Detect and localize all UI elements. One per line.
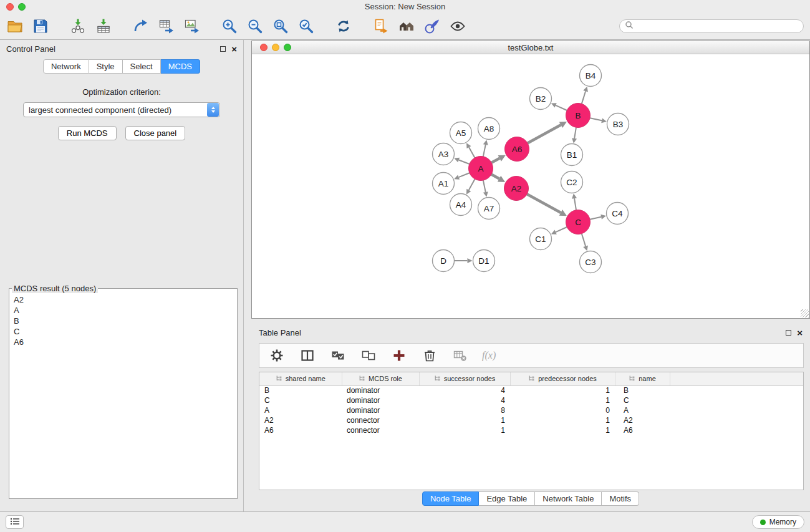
export-image-icon[interactable] bbox=[183, 17, 201, 35]
result-item[interactable]: A2 bbox=[9, 294, 237, 305]
deselect-all-icon[interactable] bbox=[360, 347, 377, 364]
table-cell[interactable]: A6 bbox=[615, 425, 670, 435]
column-header-predecessor-nodes[interactable]: predecessor nodes bbox=[510, 372, 615, 385]
result-item[interactable]: C bbox=[9, 326, 237, 337]
tab-style[interactable]: Style bbox=[89, 59, 123, 74]
dropdown-stepper-icon[interactable] bbox=[207, 103, 219, 117]
apply-layout-icon[interactable] bbox=[335, 17, 352, 35]
edge-B-B1[interactable] bbox=[574, 127, 576, 138]
delete-columns-icon[interactable] bbox=[421, 347, 438, 364]
result-item[interactable]: A bbox=[9, 305, 237, 316]
zoom-fit-icon[interactable] bbox=[272, 17, 289, 35]
edge-A-A5[interactable] bbox=[469, 147, 475, 158]
tab-motifs[interactable]: Motifs bbox=[602, 491, 639, 506]
table-cell[interactable]: C bbox=[259, 395, 342, 405]
edge-B-B3[interactable] bbox=[590, 118, 602, 120]
network-canvas[interactable]: B4B2BB3A5A8A6B1A3AC2A1A2A4A7C4CC1C3DD1 bbox=[252, 54, 809, 318]
float-table-panel-icon[interactable] bbox=[786, 330, 791, 336]
show-panels-button[interactable] bbox=[6, 515, 24, 529]
column-header-successor-nodes[interactable]: successor nodes bbox=[419, 372, 510, 385]
table-cell[interactable]: 1 bbox=[510, 415, 615, 425]
table-cell[interactable]: 1 bbox=[419, 425, 510, 435]
table-cell[interactable]: A2 bbox=[615, 415, 670, 425]
table-row[interactable]: Bdominator41B bbox=[259, 385, 803, 395]
table-cell[interactable]: B bbox=[259, 385, 342, 395]
table-cell[interactable]: 4 bbox=[419, 385, 510, 395]
table-cell[interactable]: connector bbox=[342, 415, 419, 425]
close-panel-button[interactable]: Close panel bbox=[125, 126, 186, 140]
memory-button[interactable]: Memory bbox=[752, 515, 804, 529]
add-column-icon[interactable] bbox=[390, 347, 408, 364]
table-cell[interactable]: A2 bbox=[259, 415, 342, 425]
optimization-dropdown[interactable]: largest connected component (directed) bbox=[23, 102, 220, 117]
table-cell[interactable]: C bbox=[615, 395, 670, 405]
column-header-mcds-role[interactable]: MCDS role bbox=[342, 372, 419, 385]
edge-C-C4[interactable] bbox=[590, 217, 601, 220]
table-settings-gear-icon[interactable] bbox=[268, 347, 286, 364]
open-session-icon[interactable] bbox=[6, 17, 24, 35]
edge-B-B2[interactable] bbox=[556, 105, 567, 110]
network-close-icon[interactable] bbox=[260, 44, 268, 51]
table-cell[interactable]: 8 bbox=[419, 405, 510, 415]
edge-A-A3[interactable] bbox=[459, 160, 470, 164]
network-zoom-icon[interactable] bbox=[284, 44, 291, 51]
edge-A2-C[interactable] bbox=[527, 194, 561, 213]
resize-grip[interactable] bbox=[801, 309, 809, 317]
tab-edge-table[interactable]: Edge Table bbox=[479, 491, 535, 506]
save-session-icon[interactable] bbox=[32, 17, 49, 35]
table-cell[interactable]: 1 bbox=[510, 425, 615, 435]
network-minimize-icon[interactable] bbox=[272, 44, 279, 51]
table-cell[interactable]: 1 bbox=[510, 395, 615, 405]
table-row[interactable]: A2connector11A2 bbox=[259, 415, 803, 425]
select-all-icon[interactable] bbox=[329, 347, 347, 364]
close-window-icon[interactable] bbox=[6, 3, 14, 11]
table-cell[interactable]: 4 bbox=[419, 395, 510, 405]
column-header-name[interactable]: name bbox=[615, 372, 670, 385]
table-cell[interactable]: B bbox=[615, 385, 670, 395]
style-brush-icon[interactable] bbox=[423, 17, 441, 35]
table-cell[interactable]: connector bbox=[342, 425, 419, 435]
close-table-panel-icon[interactable]: × bbox=[797, 328, 803, 337]
edge-A-A2[interactable] bbox=[491, 175, 499, 179]
tab-network[interactable]: Network bbox=[43, 59, 89, 74]
column-header-shared-name[interactable]: shared name bbox=[259, 372, 342, 385]
table-cell[interactable]: 1 bbox=[419, 415, 510, 425]
search-field[interactable] bbox=[619, 19, 804, 33]
import-network-icon[interactable] bbox=[69, 17, 87, 35]
result-item[interactable]: B bbox=[9, 316, 237, 326]
network-window-titlebar[interactable]: testGlobe.txt bbox=[252, 41, 809, 54]
edge-A-A1[interactable] bbox=[459, 173, 470, 177]
import-table-icon[interactable] bbox=[95, 17, 112, 35]
tab-mcds[interactable]: MCDS bbox=[161, 59, 200, 74]
table-row[interactable]: A6connector11A6 bbox=[259, 425, 803, 435]
edge-A-A7[interactable] bbox=[483, 180, 486, 192]
function-builder-fx-icon[interactable]: f(x) bbox=[482, 350, 496, 361]
table-cell[interactable]: 1 bbox=[510, 385, 615, 395]
edge-A-A4[interactable] bbox=[469, 179, 475, 190]
result-item[interactable]: A6 bbox=[9, 337, 237, 347]
table-cell[interactable]: dominator bbox=[342, 385, 419, 395]
tab-select[interactable]: Select bbox=[123, 59, 161, 74]
edge-C-C3[interactable] bbox=[582, 234, 586, 246]
close-panel-icon[interactable]: × bbox=[231, 44, 237, 54]
float-panel-icon[interactable] bbox=[220, 46, 226, 52]
run-mcds-button[interactable]: Run MCDS bbox=[58, 126, 117, 140]
delete-table-icon[interactable] bbox=[451, 347, 469, 364]
table-cell[interactable]: dominator bbox=[342, 395, 419, 405]
zoom-selected-icon[interactable] bbox=[297, 17, 315, 35]
edge-C-C1[interactable] bbox=[556, 227, 567, 232]
edge-A-A8[interactable] bbox=[483, 145, 486, 157]
edge-C-C2[interactable] bbox=[574, 198, 576, 210]
table-row[interactable]: Cdominator41C bbox=[259, 395, 803, 405]
tab-network-table[interactable]: Network Table bbox=[535, 491, 602, 506]
table-cell[interactable]: A bbox=[615, 405, 670, 415]
export-table-icon[interactable] bbox=[158, 17, 175, 35]
edge-B-B4[interactable] bbox=[582, 91, 586, 104]
table-cell[interactable]: 0 bbox=[510, 405, 615, 415]
network-graph[interactable]: B4B2BB3A5A8A6B1A3AC2A1A2A4A7C4CC1C3DD1 bbox=[252, 54, 809, 318]
table-cell[interactable]: dominator bbox=[342, 405, 419, 415]
table-cell[interactable]: A bbox=[259, 405, 342, 415]
columns-visibility-icon[interactable] bbox=[299, 347, 316, 364]
export-document-icon[interactable] bbox=[372, 17, 390, 35]
browser-home-icon[interactable] bbox=[398, 17, 415, 35]
